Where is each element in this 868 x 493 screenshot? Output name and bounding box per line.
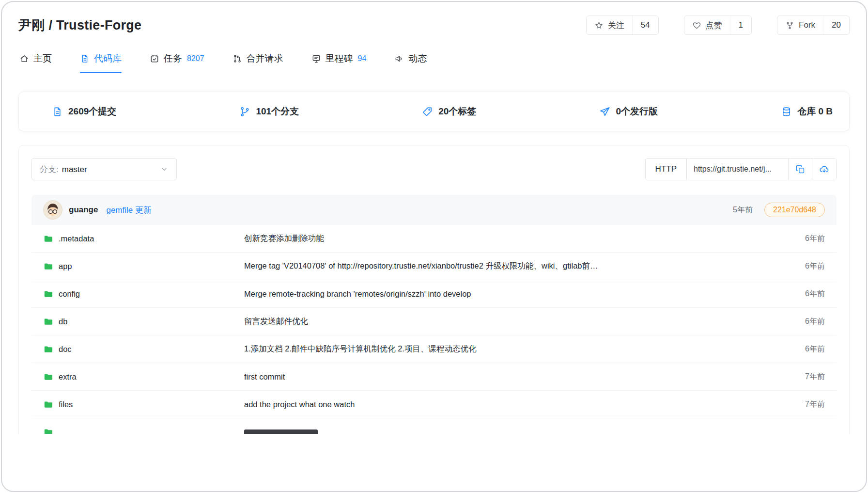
- file-commit-message[interactable]: 创新竞赛添加删除功能: [244, 233, 776, 244]
- tab-label: 里程碑: [326, 52, 353, 65]
- file-commit-time: 6年前: [776, 289, 825, 299]
- action-count: 1: [730, 16, 751, 34]
- latest-commit-bar: guange gemfile 更新 5年前 221e70d648: [31, 195, 837, 225]
- stat-commits[interactable]: 2609个提交: [52, 105, 116, 118]
- stat-label: 20个标签: [438, 105, 476, 118]
- milestone-icon: [311, 54, 321, 64]
- file-name[interactable]: db: [59, 317, 67, 326]
- download-repo-button[interactable]: [812, 159, 836, 180]
- repo-browser-card: 分支:master HTTP https://git.trustie.net/j…: [18, 145, 850, 434]
- branch-icon: [239, 106, 250, 117]
- release-icon: [599, 106, 610, 117]
- file-row[interactable]: db 留言发送邮件优化 6年前: [31, 308, 837, 335]
- star-icon: [594, 21, 604, 30]
- action-like[interactable]: 点赞 1: [684, 16, 752, 35]
- file-commit-message[interactable]: first commit: [244, 372, 776, 382]
- stat-label: 101个分支: [256, 105, 299, 118]
- file-commit-time: 6年前: [776, 344, 825, 354]
- file-name[interactable]: extra: [59, 372, 77, 382]
- repo-actions: 关注 54 点赞 1 Fork 20: [586, 16, 850, 35]
- file-name[interactable]: files: [59, 400, 73, 409]
- tab-milestones[interactable]: 里程碑 94: [311, 52, 367, 73]
- copy-url-button[interactable]: [789, 159, 812, 180]
- repo-toolbar: 分支:master HTTP https://git.trustie.net/j…: [31, 158, 837, 180]
- folder-icon: [43, 399, 53, 410]
- file-name[interactable]: .metadata: [59, 234, 94, 243]
- database-icon: [781, 106, 792, 117]
- folder-icon: [43, 234, 53, 244]
- folder-icon: [43, 372, 53, 382]
- stat-label: 仓库 0 B: [797, 105, 833, 118]
- file-commit-message[interactable]: add the project what one watch: [244, 400, 776, 409]
- file-commit-message[interactable]: Merge tag 'V20140708' of http://reposito…: [244, 261, 776, 271]
- copy-icon: [795, 164, 806, 175]
- folder-icon: [43, 427, 53, 434]
- file-commit-time: 6年前: [776, 317, 825, 327]
- tab-label: 任务: [164, 52, 182, 65]
- chevron-down-icon: [160, 165, 169, 174]
- tab-label: 合并请求: [247, 52, 283, 65]
- repo-icon: [80, 54, 90, 64]
- file-row[interactable]: files add the project what one watch 7年前: [31, 391, 837, 418]
- page-title: 尹刚 / Trustie-Forge: [18, 16, 141, 34]
- file-row[interactable]: app Merge tag 'V20140708' of http://repo…: [31, 253, 837, 280]
- app-window: 尹刚 / Trustie-Forge 关注 54 点赞 1 Fork 2: [1, 1, 867, 492]
- file-row-clipped: [31, 418, 837, 434]
- action-fork[interactable]: Fork 20: [777, 16, 850, 35]
- tab-bar: 主页 代码库 任务 8207 合并请求 里: [2, 39, 866, 73]
- branch-label: 分支:: [40, 165, 59, 174]
- folder-icon: [43, 261, 53, 271]
- action-count: 20: [823, 16, 849, 34]
- stat-label: 0个发行版: [616, 105, 658, 118]
- tab-count-badge: 94: [358, 54, 367, 63]
- file-name[interactable]: app: [59, 262, 72, 271]
- file-list: .metadata 创新竞赛添加删除功能 6年前 app Merge tag '…: [31, 225, 837, 434]
- tab-home[interactable]: 主页: [19, 52, 52, 73]
- tab-merge-requests[interactable]: 合并请求: [232, 52, 283, 73]
- commit-message-link[interactable]: gemfile 更新: [106, 205, 152, 216]
- folder-icon: [43, 317, 53, 327]
- file-row[interactable]: config Merge remote-tracking branch 'rem…: [31, 280, 837, 308]
- file-commit-message[interactable]: 1.添加文档 2.邮件中缺陷序号计算机制优化 2.项目、课程动态优化: [244, 344, 776, 354]
- merge-icon: [232, 54, 242, 64]
- action-label: 点赞: [706, 20, 722, 31]
- commit-author[interactable]: guange: [69, 205, 98, 215]
- file-name[interactable]: config: [59, 289, 80, 299]
- task-icon: [150, 54, 159, 64]
- action-label: Fork: [799, 20, 815, 30]
- commit-hash-badge[interactable]: 221e70d648: [764, 203, 825, 217]
- file-commit-message[interactable]: 留言发送邮件优化: [244, 316, 776, 327]
- tab-label: 代码库: [94, 52, 122, 65]
- stat-tags[interactable]: 20个标签: [422, 105, 476, 118]
- file-commit-message[interactable]: Merge remote-tracking branch 'remotes/or…: [244, 289, 776, 299]
- folder-icon: [43, 344, 53, 354]
- file-row[interactable]: doc 1.添加文档 2.邮件中缺陷序号计算机制优化 2.项目、课程动态优化 6…: [31, 335, 837, 363]
- action-count: 54: [632, 16, 658, 34]
- stat-label: 2609个提交: [68, 105, 116, 118]
- stat-size[interactable]: 仓库 0 B: [781, 105, 833, 118]
- file-commit-time: 7年前: [776, 372, 825, 382]
- file-row[interactable]: .metadata 创新竞赛添加删除功能 6年前: [31, 225, 837, 253]
- file-commit-time: 6年前: [776, 261, 825, 271]
- tab-code[interactable]: 代码库: [80, 52, 122, 73]
- stat-releases[interactable]: 0个发行版: [599, 105, 658, 118]
- protocol-select[interactable]: HTTP: [646, 159, 687, 180]
- commit-time: 5年前: [733, 205, 753, 215]
- action-label: 关注: [608, 20, 624, 31]
- avatar[interactable]: [43, 200, 62, 220]
- repo-stats-bar: 2609个提交 101个分支 20个标签 0个发行版 仓库 0 B: [18, 92, 850, 131]
- fork-icon: [785, 21, 794, 30]
- action-watch[interactable]: 关注 54: [586, 16, 659, 35]
- home-icon: [19, 54, 29, 64]
- tab-activity[interactable]: 动态: [394, 52, 427, 73]
- activity-icon: [394, 54, 404, 64]
- clone-url-field[interactable]: https://git.trustie.net/j...: [687, 159, 789, 180]
- file-name[interactable]: doc: [59, 345, 72, 354]
- file-row[interactable]: extra first commit 7年前: [31, 363, 837, 391]
- cloud-download-icon: [819, 164, 829, 175]
- branch-selector[interactable]: 分支:master: [31, 158, 177, 180]
- stat-branches[interactable]: 101个分支: [239, 105, 299, 118]
- tab-tasks[interactable]: 任务 8207: [150, 52, 204, 73]
- file-commit-time: 7年前: [776, 399, 825, 410]
- tab-label: 动态: [408, 52, 427, 65]
